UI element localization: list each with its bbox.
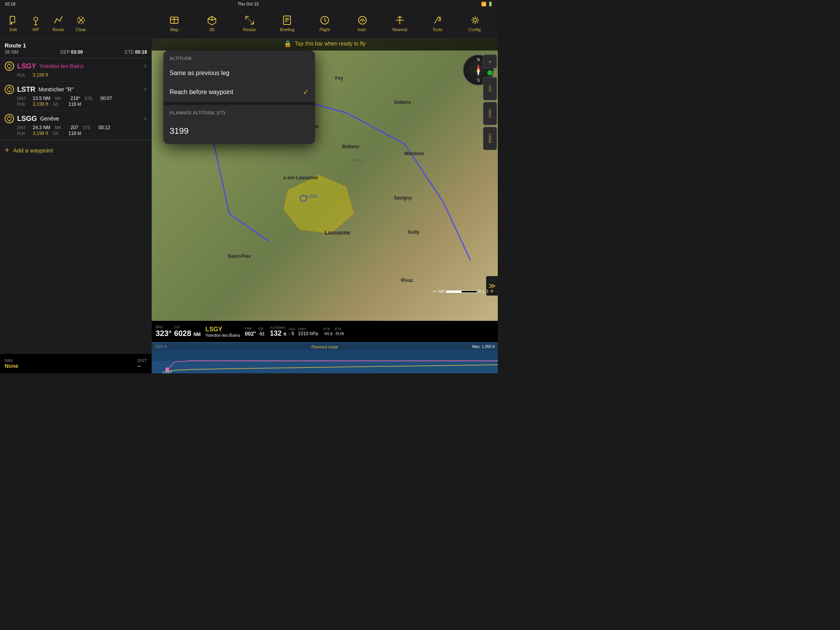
gs-label-lstr: GS — [53, 102, 64, 107]
checkmark-icon: ✓ — [303, 88, 309, 96]
tap-bar-text: Tap this bar when ready to fly — [295, 40, 366, 47]
wp-handle-lsgg: ≡ — [144, 115, 147, 122]
wp-icon-lsgg — [5, 114, 14, 123]
ete-label-lstr: ETE — [85, 96, 96, 101]
scale-1: 1 — [482, 289, 485, 294]
ete-label-lsgg: ETE — [83, 126, 94, 130]
dist-value: -- — [137, 363, 147, 369]
clear-button[interactable]: Clear — [72, 15, 90, 32]
nearest-label: Nearest — [392, 27, 408, 32]
briefing-button[interactable]: Briefing — [278, 15, 296, 32]
scale-2: 2 — [486, 289, 488, 294]
map-label-saint-prex: Saint-Prex — [228, 254, 251, 259]
nearest-button[interactable]: Nearest — [390, 15, 409, 32]
alt-value: 132 ft — [270, 329, 286, 338]
profile-label: Planned route — [312, 345, 338, 349]
planned-alt-value: 3199 — [170, 123, 309, 139]
map-label-mezieres: Mézières — [404, 151, 424, 156]
map-label: Map — [170, 27, 178, 32]
waypoint-item-lstr[interactable]: LSTR Montricher "R" ≡ DIST 13.5 NM MH 21… — [0, 82, 152, 111]
dist-value-lsgg: 24.3 NM — [33, 125, 50, 130]
gs-value: -kt — [258, 331, 264, 337]
wp-name-bottom: Yverdon-les-Bains — [205, 333, 240, 338]
pln-value-lsgy: 3,199 ft — [33, 72, 48, 78]
gs-value-lsgg: 116 kt — [68, 131, 81, 136]
lsgg-button[interactable]: LSGG — [483, 127, 497, 150]
planned-alt-section-label: PLANNED ALTITUDE (FT) — [163, 105, 315, 118]
planned-alt-input-area[interactable]: 3199 — [163, 118, 315, 144]
mh-value-lsgg: 207 — [70, 125, 78, 130]
map-label-fey: Fey — [335, 75, 343, 81]
svg-point-23 — [477, 69, 480, 71]
trk-group: TRK 002° — [245, 327, 256, 337]
route-button[interactable]: Route — [49, 15, 68, 32]
side-check-button[interactable]: ✓ — [483, 54, 497, 68]
wp-button[interactable]: WP — [26, 15, 45, 32]
edit-button[interactable]: Edit — [4, 15, 23, 32]
lsgy-button[interactable]: LSGY — [483, 102, 497, 125]
route-header: Route 1 38 NM DEP 03:00 ETE 00:19 — [0, 39, 152, 58]
reach-before-waypoint-option[interactable]: Reach before waypoint ✓ — [163, 82, 315, 102]
top-toolbar: Edit WP Route Clear Map 3D — [0, 8, 498, 39]
flight-button[interactable]: Flight — [315, 15, 334, 32]
toolbar-right: Map 3D Resize Briefing Flight Instr. — [152, 15, 498, 32]
profile-max-alt: Max: 1,950 ft — [472, 345, 495, 349]
status-date: Thu Oct 15 — [238, 2, 259, 6]
nav-label: NAV — [5, 358, 18, 363]
clear-label: Clear — [76, 27, 86, 32]
map-button[interactable]: Map — [165, 15, 184, 32]
wp-name-lsgg: Genève — [40, 116, 59, 122]
scale-line — [446, 290, 477, 293]
same-as-previous-option[interactable]: Same as previous leg — [163, 64, 315, 82]
compass-n: N — [477, 58, 480, 62]
dist-value-lstr: 13.5 NM — [33, 96, 50, 101]
svg-point-8 — [474, 19, 477, 22]
eta-group: ETA -h:m — [335, 327, 344, 336]
resize-label: Resize — [243, 27, 256, 32]
svg-point-1 — [34, 17, 38, 21]
waypoint-item-lsgg[interactable]: LSGG Genève ≡ DIST 24.3 NM MH 207 ETE 00… — [0, 111, 152, 140]
modal-divider — [163, 102, 315, 105]
config-button[interactable]: Config. — [466, 15, 485, 32]
atc-button[interactable]: ATC — [483, 77, 497, 100]
instr-button[interactable]: Instr. — [353, 15, 372, 32]
minus-zoom[interactable]: − — [433, 287, 437, 296]
wp-code-lsgy: LSGY — [17, 62, 36, 70]
altitude-section-label: ALTITUDE — [163, 51, 315, 64]
nav-value: None — [5, 363, 18, 369]
waypoint-item-lsgy[interactable]: LSGY Yverdon-les-Bains ≡ PLN 3,199 ft — [0, 58, 152, 82]
map-label-3041: 3041 — [352, 158, 362, 163]
dist-label: DIST — [137, 358, 147, 363]
scale-unit: NM — [438, 289, 444, 294]
plus-zoom[interactable]: + — [490, 287, 494, 296]
pln-value-lsgg: 3,199 ft — [33, 131, 48, 136]
route-distance: 38 NM — [5, 49, 18, 55]
dist-label-lsgg: DIST — [17, 126, 28, 130]
trk-label: TRK — [245, 327, 256, 331]
waypoint-list: LSGY Yverdon-les-Bains ≡ PLN 3,199 ft LS… — [0, 58, 152, 354]
alt-group: ALT(baro) 132 ft — [270, 326, 286, 338]
ete-group: ETE -m:s — [324, 327, 332, 336]
toolbar-left: Edit WP Route Clear — [0, 15, 152, 32]
wp-name-lsgy: Yverdon-les-Bains — [39, 63, 84, 69]
pln-label-lstr: PLN — [17, 102, 28, 107]
route-ete: ETE 00:19 — [125, 49, 147, 55]
map-label-lausanne-area: x-sur-Lausanne — [283, 175, 318, 180]
sidebar: Route 1 38 NM DEP 03:00 ETE 00:19 LSGY Y… — [0, 39, 152, 373]
status-bar: 10:18 Thu Oct 15 📶 🔋 — [0, 0, 498, 8]
altitude-modal: ALTITUDE Same as previous leg Reach befo… — [163, 51, 315, 144]
tools-button[interactable]: Tools — [428, 15, 447, 32]
scale-0: 0 — [479, 289, 481, 294]
dis-value: 6028 NM — [174, 329, 201, 338]
svg-point-7 — [362, 20, 363, 22]
wp-code-lstr: LSTR — [17, 86, 35, 94]
route-dep: DEP 03:00 — [60, 49, 83, 55]
resize-button[interactable]: Resize — [240, 15, 259, 32]
trk-value: 002° — [245, 331, 256, 337]
briefing-label: Briefing — [280, 27, 294, 32]
3d-button[interactable]: 3D — [203, 15, 221, 32]
add-waypoint-button[interactable]: + Add a waypoint — [0, 140, 152, 160]
agl-label: AGL — [289, 327, 296, 331]
gs-label-lsgg: GS — [53, 131, 64, 136]
wp-name-lstr: Montricher "R" — [38, 86, 74, 93]
